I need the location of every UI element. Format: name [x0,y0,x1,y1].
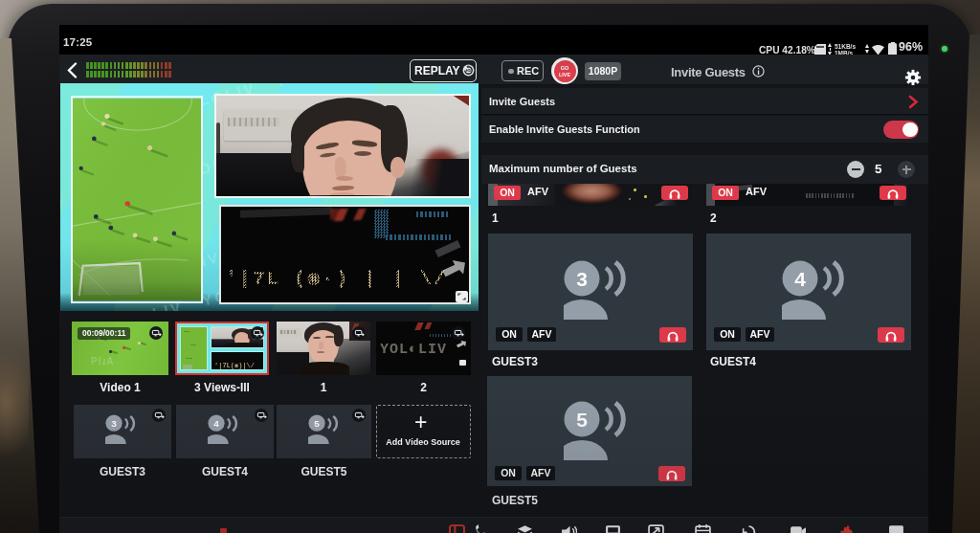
svg-text:5: 5 [314,418,320,429]
svg-text:4: 4 [213,418,219,429]
svg-text:3: 3 [111,418,117,429]
svg-text:HD: HD [466,68,472,73]
svg-text:5: 5 [576,409,588,431]
svg-text:3: 3 [576,268,588,290]
svg-text:4: 4 [794,268,806,290]
